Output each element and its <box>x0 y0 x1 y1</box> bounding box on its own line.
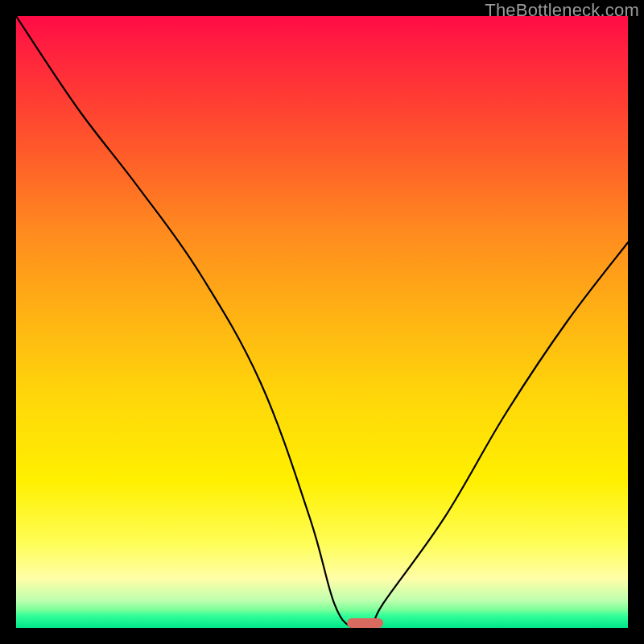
bottleneck-curve <box>16 16 628 628</box>
chart-frame: TheBottleneck.com <box>0 0 644 644</box>
curve-path <box>16 16 628 628</box>
watermark-text: TheBottleneck.com <box>485 0 639 21</box>
optimal-marker <box>347 618 383 628</box>
plot-area <box>16 16 628 628</box>
